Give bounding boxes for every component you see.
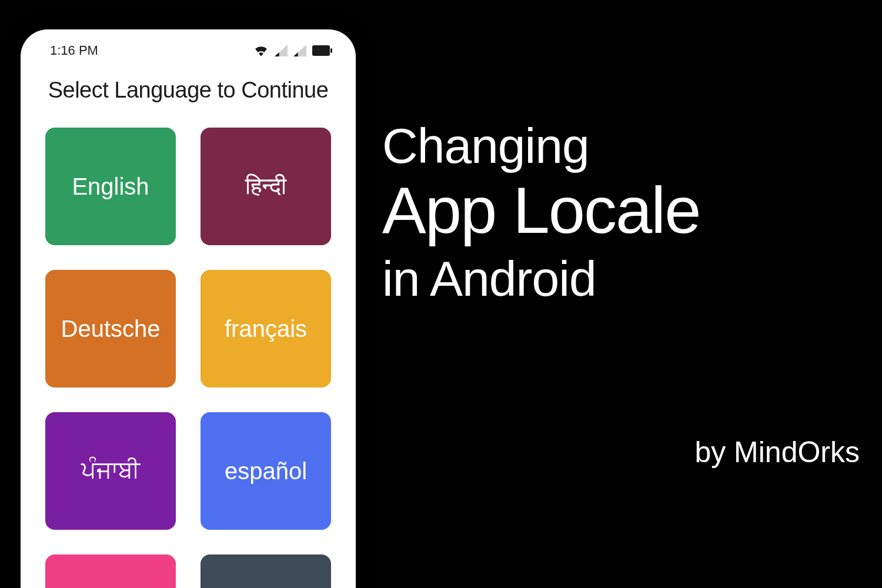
status-time: 1:16 PM [50, 43, 98, 58]
status-icons [253, 45, 332, 56]
phone-frame: 1:16 PM Select Language to Continue Engl… [21, 29, 356, 588]
language-tile-deutsche[interactable]: Deutsche [45, 270, 176, 387]
language-tile-8[interactable] [201, 554, 331, 588]
hero-line-2: App Locale [382, 172, 700, 248]
language-grid: English हिन्दी Deutsche français ਪੰਜਾਬੀ … [21, 103, 356, 588]
byline: by MindOrks [694, 435, 860, 469]
svg-rect-0 [312, 45, 330, 56]
battery-icon [312, 45, 332, 56]
status-bar: 1:16 PM [21, 36, 356, 65]
language-tile-francais[interactable]: français [201, 270, 331, 387]
hero-line-3: in Android [382, 250, 700, 308]
cellular-signal-2-icon [293, 45, 306, 56]
wifi-icon [253, 45, 269, 56]
svg-rect-1 [330, 48, 332, 53]
language-tile-english[interactable]: English [45, 128, 176, 245]
cellular-signal-1-icon [275, 45, 288, 56]
language-tile-hindi[interactable]: हिन्दी [201, 128, 331, 245]
language-tile-espanol[interactable]: español [201, 412, 331, 530]
language-tile-punjabi[interactable]: ਪੰਜਾਬੀ [45, 412, 176, 530]
language-tile-7[interactable] [45, 554, 176, 588]
screen-title: Select Language to Continue [21, 78, 356, 103]
hero-text: Changing App Locale in Android [382, 118, 700, 308]
hero-line-1: Changing [382, 118, 700, 175]
